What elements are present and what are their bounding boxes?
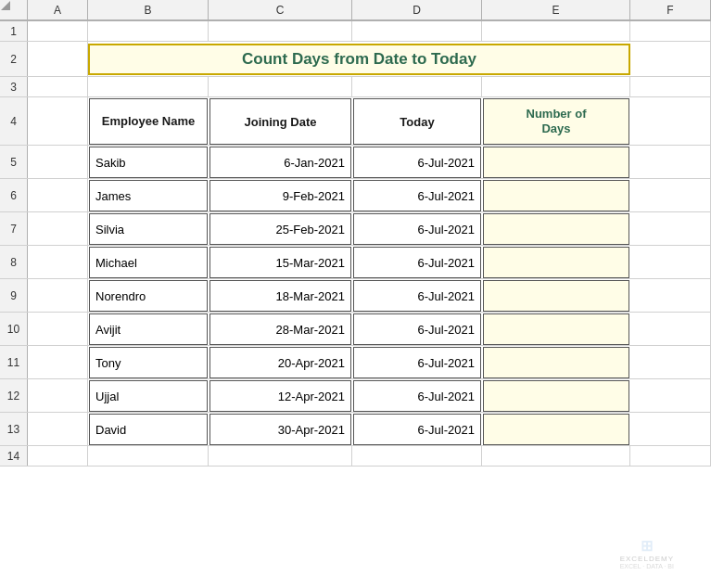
row-num-2: 2 <box>0 42 28 76</box>
cell-a5 <box>28 146 88 178</box>
cell-d8: 6-Jul-2021 <box>352 246 482 279</box>
row-8: 8 Michael 15-Mar-2021 6-Jul-2021 <box>0 246 711 279</box>
cell-d12: 6-Jul-2021 <box>352 379 482 413</box>
cell-c1 <box>209 21 352 42</box>
cell-a14 <box>28 446 88 467</box>
cell-e7 <box>482 212 630 246</box>
days-10 <box>483 313 629 345</box>
cell-e4: Number ofDays <box>482 97 630 146</box>
days-11 <box>483 347 629 378</box>
cell-a12 <box>28 379 88 412</box>
cell-f10 <box>630 313 711 345</box>
cell-c7: 25-Feb-2021 <box>209 212 352 246</box>
cell-a7 <box>28 212 88 245</box>
cell-f2 <box>630 42 711 76</box>
row-num-8: 8 <box>0 246 28 278</box>
cell-c3 <box>209 77 352 97</box>
cell-d9: 6-Jul-2021 <box>352 279 482 313</box>
today-10: 6-Jul-2021 <box>353 313 481 345</box>
cell-a13 <box>28 413 88 445</box>
row-11: 11 Tony 20-Apr-2021 6-Jul-2021 <box>0 346 711 379</box>
days-6 <box>483 180 629 211</box>
cell-a4 <box>28 97 88 145</box>
cell-f6 <box>630 179 711 211</box>
joining-11: 20-Apr-2021 <box>209 347 351 378</box>
cell-f7 <box>630 212 711 245</box>
cell-d7: 6-Jul-2021 <box>352 212 482 246</box>
joining-12: 12-Apr-2021 <box>209 380 351 412</box>
cell-b3 <box>88 77 209 97</box>
row-num-5: 5 <box>0 146 28 178</box>
cell-b12: Ujjal <box>88 379 209 413</box>
cell-e5 <box>482 146 630 179</box>
today-8: 6-Jul-2021 <box>353 247 481 278</box>
cell-f1 <box>630 21 711 42</box>
cell-b14 <box>88 446 209 467</box>
cell-c10: 28-Mar-2021 <box>209 313 352 346</box>
name-10: Avijit <box>89 313 208 345</box>
cell-f14 <box>630 446 711 467</box>
corner-cell <box>0 0 28 20</box>
name-6: James <box>89 180 208 211</box>
cell-a3 <box>28 77 88 97</box>
cell-f12 <box>630 379 711 412</box>
row-num-11: 11 <box>0 346 28 378</box>
header-employee: Employee Name <box>89 98 208 145</box>
row-7: 7 Silvia 25-Feb-2021 6-Jul-2021 <box>0 212 711 246</box>
col-header-c: C <box>209 0 352 20</box>
cell-e13 <box>482 413 630 446</box>
header-today: Today <box>353 98 481 145</box>
cell-d14 <box>352 446 482 467</box>
header-joining: Joining Date <box>209 98 351 145</box>
name-8: Michael <box>89 247 208 278</box>
days-12 <box>483 380 629 412</box>
cell-e8 <box>482 246 630 279</box>
cell-f9 <box>630 279 711 312</box>
today-13: 6-Jul-2021 <box>353 414 481 445</box>
row-num-13: 13 <box>0 413 28 445</box>
joining-10: 28-Mar-2021 <box>209 313 351 345</box>
col-header-a: A <box>28 0 88 20</box>
cell-a11 <box>28 346 88 378</box>
row-num-3: 3 <box>0 77 28 96</box>
cell-d5: 6-Jul-2021 <box>352 146 482 179</box>
today-6: 6-Jul-2021 <box>353 180 481 211</box>
cell-e3 <box>482 77 630 97</box>
days-5 <box>483 147 629 178</box>
cell-b5: Sakib <box>88 146 209 179</box>
cell-d13: 6-Jul-2021 <box>352 413 482 446</box>
today-11: 6-Jul-2021 <box>353 347 481 378</box>
svg-marker-0 <box>1 1 10 10</box>
name-13: David <box>89 414 208 445</box>
cell-a9 <box>28 279 88 312</box>
row-num-9: 9 <box>0 279 28 312</box>
row-num-1: 1 <box>0 21 28 41</box>
cell-e1 <box>482 21 630 42</box>
cell-d3 <box>352 77 482 97</box>
cell-b13: David <box>88 413 209 446</box>
row-num-6: 6 <box>0 179 28 211</box>
row-1: 1 <box>0 21 711 42</box>
row-4: 4 Employee Name Joining Date Today Numbe… <box>0 97 711 146</box>
cell-d1 <box>352 21 482 42</box>
cell-a1 <box>28 21 88 42</box>
cell-f5 <box>630 146 711 178</box>
cell-f11 <box>630 346 711 378</box>
cell-d6: 6-Jul-2021 <box>352 179 482 212</box>
cell-b11: Tony <box>88 346 209 379</box>
row-6: 6 James 9-Feb-2021 6-Jul-2021 <box>0 179 711 212</box>
cell-c4: Joining Date <box>209 97 352 146</box>
title-container: Count Days from Date to Today <box>88 42 630 77</box>
today-9: 6-Jul-2021 <box>353 280 481 312</box>
row-2: 2 Count Days from Date to Today <box>0 42 711 77</box>
cell-a6 <box>28 179 88 211</box>
header-days: Number ofDays <box>483 98 629 145</box>
cell-a2 <box>28 42 88 76</box>
joining-13: 30-Apr-2021 <box>209 414 351 445</box>
cell-f3 <box>630 77 711 97</box>
spreadsheet: A B C D E F 1 2 Count Days from Date to … <box>0 0 711 588</box>
row-num-14: 14 <box>0 446 28 466</box>
cell-b1 <box>88 21 209 42</box>
cell-e6 <box>482 179 630 212</box>
joining-9: 18-Mar-2021 <box>209 280 351 312</box>
